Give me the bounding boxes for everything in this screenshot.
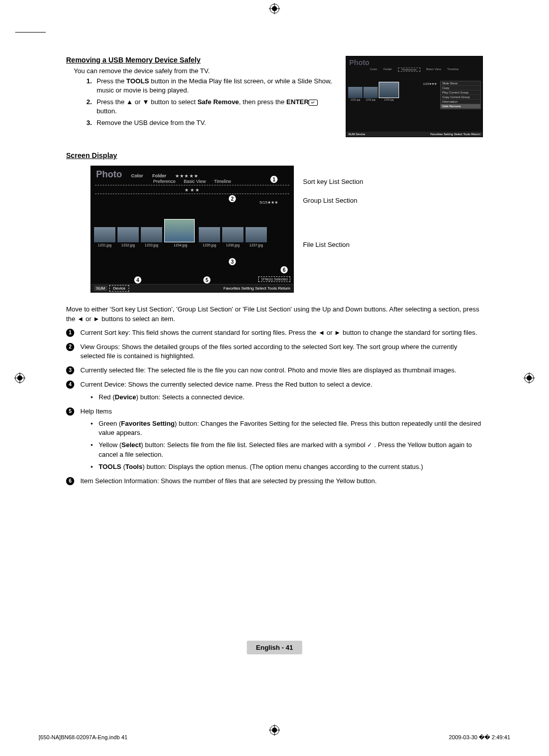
safe-remove-screenshot: Photo Color Folder Preference Basic View… (346, 56, 483, 137)
item-5-green: Green (Favorites Setting) button: Change… (90, 419, 483, 437)
enter-icon: ↵ (309, 100, 318, 106)
diagram-title: Photo (96, 169, 122, 180)
crop-mark (15, 25, 46, 33)
item-3: 3Currently selected file: The selected f… (66, 366, 483, 375)
step-3: 3.Remove the USB device from the TV. (86, 118, 336, 128)
intro-text: You can remove the device safely from th… (74, 67, 336, 75)
step-1: 1.Press the TOOLS button in the Media Pl… (86, 77, 336, 94)
label-file-list: File List Section (303, 241, 363, 248)
item-5-yellow: Yellow (Select) button: Selects file fro… (90, 440, 483, 459)
registration-mark-icon (14, 372, 25, 384)
callout-4: 4 (134, 276, 142, 284)
checkmark-icon: ✓ (367, 441, 372, 450)
item-4: 4Current Device: Shows the currently sel… (66, 380, 483, 401)
callout-1: 1 (270, 175, 278, 183)
registration-mark-icon (524, 372, 535, 384)
item-1: 1Current Sort key: This field shows the … (66, 328, 483, 337)
item-4-red: Red (Device) button: Selects a connected… (90, 393, 483, 402)
footer-timestamp: 2009-03-30 �� 2:49:41 (449, 734, 510, 741)
callout-6: 6 (280, 266, 288, 274)
step-2: 2.Press the ▲ or ▼ button to select Safe… (86, 98, 336, 115)
label-group-list: Group List Section (303, 197, 363, 204)
item-5-tools: TOOLS (Tools) button: Displays the optio… (90, 462, 483, 471)
page-footer: [650-NA]BN68-02097A-Eng.indb 41 2009-03-… (39, 734, 510, 741)
diagram-labels: Sort key List Section Group List Section… (303, 166, 363, 293)
item-5: 5Help Items Green (Favorites Setting) bu… (66, 407, 483, 471)
tools-menu: Slide Show Copy Play Current Group Copy … (440, 81, 481, 109)
item-6: 6Item Selection Information: Shows the n… (66, 477, 483, 486)
label-sort-key: Sort key List Section (303, 178, 363, 185)
item-2: 2View Groups: Shows the detailed groups … (66, 342, 483, 361)
callout-5: 5 (203, 276, 211, 284)
numbered-callout-list: 1Current Sort key: This field shows the … (66, 328, 483, 486)
section-heading-removing-usb: Removing a USB Memory Device Safely (66, 56, 336, 64)
screenshot-title: Photo (346, 56, 482, 67)
instructions-paragraph: Move to either 'Sort key List Section', … (66, 305, 483, 324)
steps-list: 1.Press the TOOLS button in the Media Pl… (86, 77, 336, 128)
registration-mark-icon (269, 3, 280, 14)
selection-box: 1File(s) Selected (258, 276, 290, 282)
callout-3: 3 (228, 258, 236, 266)
section-heading-screen-display: Screen Display (66, 151, 483, 160)
callout-2: 2 (228, 195, 236, 203)
footer-filename: [650-NA]BN68-02097A-Eng.indb 41 (39, 734, 128, 741)
page-footer-center: English - 41 (247, 641, 302, 654)
screen-display-diagram: Photo Color Folder ★ ★ ★ ★ ★ Preference … (90, 166, 294, 293)
